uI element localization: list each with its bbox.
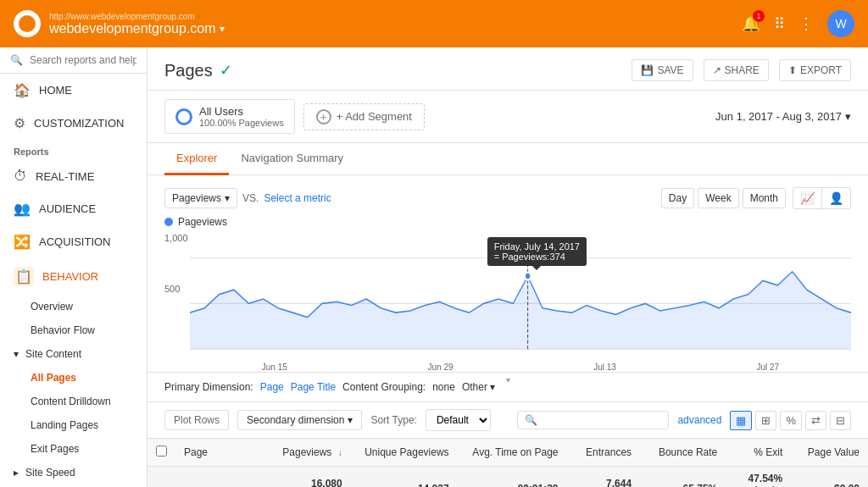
chevron-down-icon: ▾ [14,348,19,360]
site-content-label: Site Content [25,348,81,360]
table-view-more[interactable]: ⊟ [830,411,851,430]
audience-icon: 👥 [14,201,31,217]
data-table-container: Page Pageviews ↓ Unique Pageviews Avg. T… [147,439,868,487]
segment-left: All Users 100.00% Pageviews + + Add Segm… [164,99,425,134]
customization-icon: ⚙ [14,115,25,131]
sidebar-search[interactable]: 🔍 [0,47,147,74]
search-input[interactable] [30,54,136,66]
metric-dropdown[interactable]: Pageviews ▾ [164,188,237,208]
x-label-1: Jun 29 [427,362,453,372]
total-bounce-cell: 65.75% Avg for View: 65.75% (0.00%) [640,467,726,488]
notification-icon[interactable]: 🔔 1 [742,14,760,33]
avatar[interactable]: W [827,10,854,37]
day-button[interactable]: Day [661,188,694,208]
chart-expand-handle[interactable]: ▾ [164,374,851,385]
sidebar-item-behavior[interactable]: 📋 BEHAVIOR [0,258,147,295]
th-pageviews[interactable]: Pageviews ↓ [264,439,350,467]
select-all-checkbox[interactable] [156,445,167,457]
header-actions: 💾 SAVE ↗ SHARE ⬆ EXPORT [632,59,851,81]
sidebar-item-label-acquisition: ACQUISITION [39,235,111,248]
data-table: Page Pageviews ↓ Unique Pageviews Avg. T… [147,439,868,487]
th-entrances[interactable]: Entrances [567,439,641,467]
add-segment-icon: + [316,109,331,125]
table-view-buttons: ▦ ⊞ % ⇄ ⊟ [730,411,851,430]
sidebar-sub-content-drilldown[interactable]: Content Drilldown [0,390,147,413]
secondary-dimension-button[interactable]: Secondary dimension ▾ [237,410,362,430]
top-bar-site-info: http://www.webdevelopmentgroup.com webde… [49,12,225,36]
segment-percent: 100.00% Pageviews [199,118,284,128]
chart-x-labels: Jun 15 Jun 29 Jul 13 Jul 27 [190,362,851,372]
x-label-2: Jul 13 [593,362,616,372]
more-icon[interactable]: ⋮ [798,14,814,33]
sidebar-sub-all-pages[interactable]: All Pages [0,366,147,390]
ga-logo [14,10,41,37]
chart-controls: Pageviews ▾ VS. Select a metric Day Week… [164,187,851,209]
vs-label: VS. [242,192,259,204]
legend-dot [164,218,173,226]
segment-name: All Users [199,105,284,118]
sort-type-dropdown[interactable]: Default [426,409,491,431]
sidebar-item-home[interactable]: 🏠 HOME [0,74,147,107]
week-button[interactable]: Week [698,188,738,208]
sidebar-sub-exit-pages[interactable]: Exit Pages [0,437,147,461]
apps-icon[interactable]: ⠿ [774,14,785,33]
line-chart-button[interactable]: 📈 [793,188,822,208]
share-icon: ↗ [713,64,721,76]
top-bar-title[interactable]: webdevelopmentgroup.com ▾ [49,21,225,36]
save-icon: 💾 [641,64,654,76]
add-segment-button[interactable]: + + Add Segment [303,103,425,130]
svg-point-4 [525,273,531,280]
sidebar-item-label-realtime: REAL-TIME [36,170,94,183]
bar-chart-button[interactable]: 👤 [822,188,850,208]
month-button[interactable]: Month [743,188,786,208]
acquisition-icon: 🔀 [14,234,31,250]
sidebar-item-acquisition[interactable]: 🔀 ACQUISITION [0,225,147,258]
sidebar-item-audience[interactable]: 👥 AUDIENCE [0,192,147,225]
reports-section-label: Reports [0,140,147,160]
th-pct-exit[interactable]: % Exit [726,439,791,467]
sidebar-sub-landing-pages[interactable]: Landing Pages [0,413,147,437]
select-metric-link[interactable]: Select a metric [264,192,331,204]
search-icon: 🔍 [10,54,23,66]
chart-container: 1,000 500 [164,233,851,360]
plot-rows-button[interactable]: Plot Rows [164,410,229,430]
sidebar-item-label-customization: CUSTOMIZATION [34,117,124,130]
sidebar-sub-behavior-flow[interactable]: Behavior Flow [0,318,147,342]
table-view-pivot[interactable]: ⇄ [805,411,826,430]
x-label-0: Jun 15 [262,362,287,372]
share-button[interactable]: ↗ SHARE [704,59,769,81]
save-button[interactable]: 💾 SAVE [632,59,693,81]
sidebar-sub-overview[interactable]: Overview [0,295,147,318]
th-unique-pageviews[interactable]: Unique Pageviews [351,439,458,467]
site-speed-label: Site Speed [25,467,75,479]
sidebar-group-site-speed[interactable]: ▸ Site Speed [0,461,147,484]
sidebar-item-customization[interactable]: ⚙ CUSTOMIZATION [0,107,147,140]
table-view-grid[interactable]: ▦ [730,411,752,430]
chart-expand-icon: ▾ [506,375,510,385]
th-page-value[interactable]: Page Value [791,439,868,467]
export-button[interactable]: ⬆ EXPORT [779,59,851,81]
behavior-icon: 📋 [14,267,34,286]
th-bounce-rate[interactable]: Bounce Rate [640,439,726,467]
top-bar-url: http://www.webdevelopmentgroup.com [49,12,225,21]
table-search-box[interactable]: 🔍 [517,411,669,429]
main-content: Pages ✓ 💾 SAVE ↗ SHARE ⬆ EXPORT [147,47,868,487]
table-view-compare[interactable]: ⊞ [755,411,776,430]
table-search-input[interactable] [542,414,661,426]
table-view-percent[interactable]: % [780,411,802,430]
total-avg-time-cell: 00:01:20 Avg for View: 00:01:20 (0.00%) [458,467,567,488]
sidebar-item-label-behavior: BEHAVIOR [42,270,98,283]
th-avg-time[interactable]: Avg. Time on Page [458,439,567,467]
advanced-link[interactable]: advanced [677,414,721,426]
date-range-selector[interactable]: Jun 1, 2017 - Aug 3, 2017 ▾ [715,110,851,123]
sidebar-item-realtime[interactable]: ⏱ REAL-TIME [0,160,147,192]
segment-item-all-users[interactable]: All Users 100.00% Pageviews [164,99,295,134]
th-page[interactable]: Page [175,439,264,467]
total-checkbox-cell [147,467,175,488]
sidebar-group-site-content[interactable]: ▾ Site Content [0,342,147,366]
tab-explorer[interactable]: Explorer [164,143,229,175]
tooltip-date: Friday, July 14, 2017 [494,241,580,252]
page-header: Pages ✓ 💾 SAVE ↗ SHARE ⬆ EXPORT [147,47,868,91]
tab-navigation-summary[interactable]: Navigation Summary [229,143,355,175]
tabs: Explorer Navigation Summary [147,143,868,175]
